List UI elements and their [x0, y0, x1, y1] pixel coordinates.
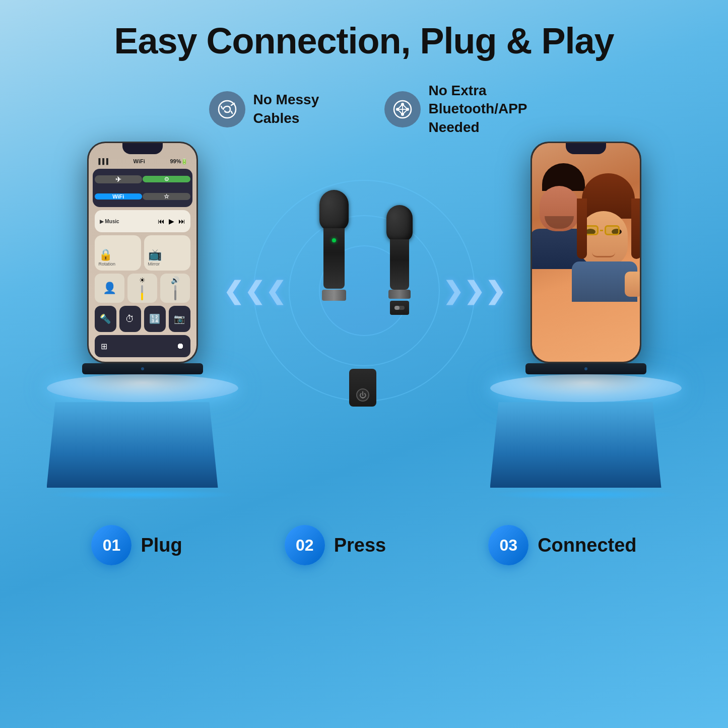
- mirror-tile: 📺 Mirror: [144, 235, 190, 271]
- volume-tile: 🔊: [160, 274, 190, 303]
- power-button: ⏻: [356, 388, 369, 402]
- left-phone: ▐▐▐ WiFi 99%🔋 ✈ ⊙ WiFi: [87, 142, 198, 363]
- cc-row-2: 👤 ☀ 🔊: [93, 274, 192, 303]
- arrow-left-3: ❮: [266, 277, 286, 305]
- svg-line-1: [231, 103, 234, 105]
- battery-indicator: 99%🔋: [170, 158, 188, 165]
- male-face: [540, 186, 579, 231]
- podium-disc-right: [490, 374, 682, 402]
- no-bluetooth-text: No Extra Bluetooth/APP Needed: [429, 82, 519, 137]
- step-01-label: Plug: [141, 535, 182, 556]
- beard: [545, 216, 574, 229]
- podium-body-left: [47, 402, 218, 488]
- arrow-right-2: ❯: [464, 277, 484, 305]
- mic-indicator: [332, 238, 336, 242]
- lock-tile: 🔒 Rotation: [95, 235, 141, 271]
- step-03: 03 Connected: [488, 525, 636, 565]
- wifi-tile: ⊙: [143, 176, 190, 182]
- sunglasses: [583, 225, 620, 235]
- step-01-number: 01: [91, 525, 131, 565]
- step-03-label: Connected: [538, 535, 636, 556]
- svg-line-10: [403, 109, 408, 114]
- status-bar: ▐▐▐ WiFi 99%🔋: [93, 157, 192, 166]
- content-area: ▐▐▐ WiFi 99%🔋 ✈ ⊙ WiFi: [0, 142, 728, 500]
- feature-no-cables: No Messy Cables: [209, 91, 344, 127]
- right-podium: [490, 374, 682, 500]
- step-02-label: Press: [334, 535, 386, 556]
- mic-switch: [390, 301, 409, 315]
- base-dot-right: [584, 367, 587, 370]
- left-phone-wrapper: ▐▐▐ WiFi 99%🔋 ✈ ⊙ WiFi: [82, 142, 203, 374]
- person-female: [579, 173, 637, 302]
- feature-no-bluetooth: No Extra Bluetooth/APP Needed: [384, 82, 519, 137]
- mic-body-1: [323, 228, 345, 289]
- podium-body-right: [490, 402, 661, 488]
- control-center-screen: ▐▐▐ WiFi 99%🔋 ✈ ⊙ WiFi: [89, 143, 196, 362]
- base-dot: [141, 367, 144, 370]
- airplane-tile: ✈: [95, 175, 143, 183]
- podium-disc-left: [47, 374, 238, 402]
- podium-glow-right: [490, 490, 682, 500]
- step-02: 02 Press: [285, 525, 386, 565]
- bt-sub: ☆: [143, 193, 190, 200]
- cc-row-3: 🔦 ⏱ 🔢 📷: [93, 306, 192, 332]
- mic-body-2: [390, 239, 409, 290]
- podium-glow-left: [47, 490, 238, 500]
- focus-tile: 👤: [95, 274, 124, 303]
- phone-notch-left: [122, 143, 163, 154]
- svg-line-9: [398, 109, 403, 114]
- svg-line-8: [403, 104, 408, 109]
- right-phone-wrapper: [525, 142, 646, 374]
- media-controls: ⏮ ▶ ⏭: [158, 217, 185, 225]
- wifi-indicator: WiFi: [134, 158, 145, 165]
- left-phone-section: ▐▐▐ WiFi 99%🔋 ✈ ⊙ WiFi: [47, 142, 238, 500]
- mic-clip-1: [322, 290, 346, 301]
- flashlight-tile: 🔦: [95, 306, 116, 332]
- brightness-tile: ☀: [127, 274, 157, 303]
- steps-section: 01 Plug 02 Press 03 Connected: [0, 510, 728, 595]
- media-tile: ▶ Music ⏮ ▶ ⏭: [95, 210, 190, 232]
- mic-clip-2: [388, 290, 411, 299]
- step-02-number: 02: [285, 525, 325, 565]
- mic-transmitter-2: [379, 205, 420, 315]
- page-title: Easy Connection, Plug & Play: [0, 0, 728, 61]
- step-01: 01 Plug: [91, 525, 182, 565]
- arrow-right-1: ❯: [443, 277, 463, 305]
- female-hair-left: [577, 198, 587, 259]
- phone-base-right: [525, 363, 646, 374]
- phone-notch-right: [566, 143, 606, 154]
- network-tile: ✈ ⊙ WiFi ☆: [93, 169, 192, 207]
- signal-indicator: ▐▐▐: [97, 158, 108, 165]
- female-shirt: [572, 261, 637, 302]
- mic-foam-1: [319, 190, 349, 230]
- bluetooth-icon: [384, 91, 421, 127]
- selfie-screen: [532, 143, 640, 362]
- camera-tile: 📷: [169, 306, 190, 332]
- calc-tile: 🔢: [144, 306, 166, 332]
- media-title: ▶ Music: [100, 219, 119, 224]
- phone-base-left: [82, 363, 203, 374]
- step-03-number: 03: [488, 525, 528, 565]
- mic-foam-2: [386, 205, 413, 241]
- smile: [592, 252, 615, 257]
- right-phone: [531, 142, 641, 363]
- microphones: ⏻: [294, 175, 435, 407]
- mic-receiver: ⏻: [349, 369, 379, 407]
- left-podium: [47, 374, 238, 500]
- wifi-sub: WiFi: [95, 193, 143, 200]
- timer-tile: ⏱: [119, 306, 141, 332]
- qr-tile: ⊞ ⏺: [95, 335, 190, 357]
- arrow-left-2: ❮: [244, 277, 264, 305]
- hand: [625, 272, 640, 297]
- female-hair-right: [631, 198, 640, 259]
- cc-row-1: 🔒 Rotation 📺 Mirror: [93, 235, 192, 271]
- cable-icon: [209, 91, 245, 127]
- no-cables-text: No Messy Cables: [253, 91, 344, 127]
- center-section: ❮ ❮ ❮ ❯ ❯ ❯: [238, 175, 490, 407]
- right-phone-section: [490, 142, 682, 500]
- mic-transmitter-1: [314, 190, 354, 301]
- svg-line-7: [398, 104, 403, 109]
- features-row: No Messy Cables No Extra Bluetooth/APP N…: [0, 82, 728, 137]
